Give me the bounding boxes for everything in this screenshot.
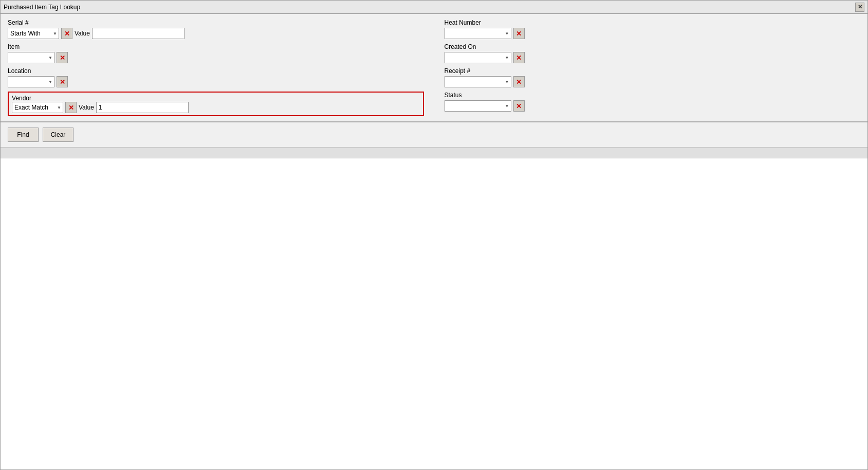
status-select-wrapper: Starts With Exact Match Contains <box>445 100 511 112</box>
vendor-value-label: Value <box>79 104 94 111</box>
heat-number-row: Starts With Exact Match Contains ✕ <box>445 28 861 39</box>
status-clear-btn[interactable]: ✕ <box>513 100 525 112</box>
clear-button[interactable]: Clear <box>43 128 73 142</box>
vendor-filter-select[interactable]: Exact Match Starts With Contains <box>12 102 63 113</box>
receipt-group: Receipt # Starts With Exact Match Contai… <box>445 67 861 87</box>
action-section: Find Clear <box>1 122 867 148</box>
heat-number-label: Heat Number <box>445 19 861 26</box>
title-bar: Purchased Item Tag Lookup ✕ <box>1 1 867 14</box>
heat-number-group: Heat Number Starts With Exact Match Cont… <box>445 19 861 39</box>
vendor-label: Vendor <box>12 95 31 102</box>
createdon-clear-btn[interactable]: ✕ <box>513 52 525 63</box>
receipt-label: Receipt # <box>445 67 861 75</box>
filter-section: Serial # Starts With Exact Match Contain… <box>1 14 867 122</box>
location-filter-select[interactable]: Starts With Exact Match Contains <box>8 76 54 87</box>
receipt-row: Starts With Exact Match Contains ✕ <box>445 76 861 87</box>
serial-label: Serial # <box>8 19 424 26</box>
serial-filter-select[interactable]: Starts With Exact Match Contains <box>8 28 59 39</box>
serial-select-wrapper: Starts With Exact Match Contains <box>8 28 59 39</box>
createdon-filter-select[interactable]: Starts With Exact Match Contains <box>445 52 511 63</box>
vendor-clear-btn[interactable]: ✕ <box>65 102 77 113</box>
status-row: Starts With Exact Match Contains ✕ <box>445 100 861 112</box>
item-filter-select[interactable]: Starts With Exact Match Contains <box>8 52 54 63</box>
created-on-group: Created On Starts With Exact Match Conta… <box>445 43 861 63</box>
created-on-row: Starts With Exact Match Contains ✕ <box>445 52 861 63</box>
left-filter-col: Serial # Starts With Exact Match Contain… <box>8 19 424 116</box>
status-filter-select[interactable]: Starts With Exact Match Contains <box>445 100 511 112</box>
createdon-select-wrapper: Starts With Exact Match Contains <box>445 52 511 63</box>
serial-row: Starts With Exact Match Contains ✕ Value <box>8 28 424 39</box>
serial-clear-btn[interactable]: ✕ <box>61 28 72 39</box>
main-window: Purchased Item Tag Lookup ✕ Serial # Sta… <box>0 0 868 470</box>
item-clear-btn[interactable]: ✕ <box>57 52 68 63</box>
heat-filter-select[interactable]: Starts With Exact Match Contains <box>445 28 511 39</box>
vendor-value-input[interactable] <box>96 102 189 113</box>
vendor-select-wrapper: Exact Match Starts With Contains <box>12 102 63 113</box>
created-on-label: Created On <box>445 43 861 50</box>
serial-value-input[interactable] <box>92 28 184 39</box>
location-group: Location Starts With Exact Match Contain… <box>8 67 424 87</box>
results-section <box>1 148 867 469</box>
item-label: Item <box>8 43 424 50</box>
results-header <box>1 148 867 158</box>
close-button[interactable]: ✕ <box>855 3 864 12</box>
serial-group: Serial # Starts With Exact Match Contain… <box>8 19 424 39</box>
location-row: Starts With Exact Match Contains ✕ <box>8 76 424 87</box>
window-title: Purchased Item Tag Lookup <box>4 4 80 11</box>
heat-clear-btn[interactable]: ✕ <box>513 28 525 39</box>
heat-select-wrapper: Starts With Exact Match Contains <box>445 28 511 39</box>
item-row: Starts With Exact Match Contains ✕ <box>8 52 424 63</box>
item-group: Item Starts With Exact Match Contains ✕ <box>8 43 424 63</box>
vendor-group: Vendor Exact Match Starts With Contains … <box>8 92 424 116</box>
vendor-row: Exact Match Starts With Contains ✕ Value <box>12 102 420 113</box>
status-group: Status Starts With Exact Match Contains … <box>445 92 861 112</box>
status-label: Status <box>445 92 861 99</box>
location-clear-btn[interactable]: ✕ <box>57 76 68 87</box>
right-filter-col: Heat Number Starts With Exact Match Cont… <box>445 19 861 116</box>
serial-value-label: Value <box>75 30 90 37</box>
receipt-filter-select[interactable]: Starts With Exact Match Contains <box>445 76 511 87</box>
find-button[interactable]: Find <box>8 128 39 142</box>
results-body <box>1 158 867 469</box>
receipt-select-wrapper: Starts With Exact Match Contains <box>445 76 511 87</box>
item-select-wrapper: Starts With Exact Match Contains <box>8 52 54 63</box>
receipt-clear-btn[interactable]: ✕ <box>513 76 525 87</box>
location-select-wrapper: Starts With Exact Match Contains <box>8 76 54 87</box>
location-label: Location <box>8 67 424 75</box>
